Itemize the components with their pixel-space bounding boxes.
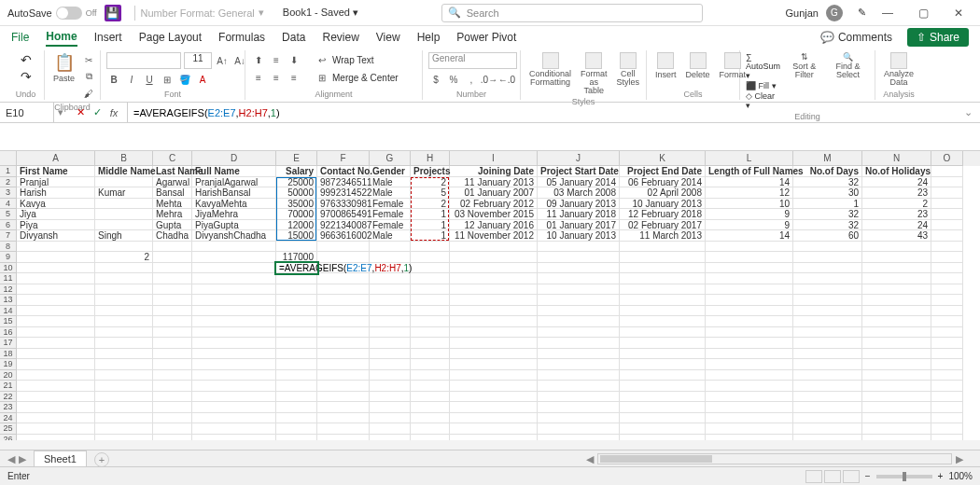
cell-I20[interactable] — [450, 370, 538, 381]
cell-B9[interactable]: 2 — [95, 252, 153, 263]
cell-M10[interactable] — [793, 263, 862, 274]
italic-button[interactable]: I — [124, 72, 139, 87]
cell-O15[interactable] — [931, 316, 963, 327]
cell-O2[interactable] — [931, 177, 963, 188]
cell-J11[interactable] — [538, 273, 620, 284]
cell-F24[interactable] — [317, 413, 370, 424]
cell-M3[interactable]: 30 — [793, 187, 862, 199]
cell-G12[interactable] — [370, 284, 411, 296]
cell-D19[interactable] — [192, 359, 276, 370]
zoom-in-button[interactable]: + — [938, 471, 944, 481]
cell-K13[interactable] — [620, 295, 706, 306]
fx-button[interactable]: fx — [106, 107, 121, 118]
cell-K14[interactable] — [620, 306, 706, 317]
cell-I16[interactable] — [450, 327, 538, 339]
cell-A4[interactable]: Kavya — [17, 199, 95, 210]
border-button[interactable]: ⊞ — [160, 72, 175, 87]
cell-H13[interactable] — [411, 295, 450, 306]
cell-D20[interactable] — [192, 370, 276, 381]
cell-F13[interactable] — [317, 295, 370, 306]
cell-I5[interactable]: 03 November 2015 — [450, 209, 538, 220]
cell-F11[interactable] — [317, 273, 370, 284]
cell-A13[interactable] — [17, 295, 95, 306]
decrease-decimal-icon[interactable]: ←.0 — [499, 72, 514, 87]
cell-D11[interactable] — [192, 273, 276, 284]
cell-J25[interactable] — [538, 423, 620, 435]
cell-H21[interactable] — [411, 381, 450, 392]
cell-G7[interactable]: Male — [370, 230, 411, 242]
cell-B21[interactable] — [95, 381, 153, 392]
cell-I19[interactable] — [450, 359, 538, 370]
cell-D13[interactable] — [192, 295, 276, 306]
cell-styles-button[interactable]: Cell Styles — [614, 52, 643, 87]
cell-C26[interactable] — [153, 435, 192, 441]
cell-E9[interactable]: 117000 — [276, 252, 317, 263]
align-right-icon[interactable]: ≡ — [287, 70, 301, 85]
cell-B22[interactable] — [95, 392, 153, 403]
cell-E17[interactable] — [276, 338, 317, 349]
page-break-view-button[interactable] — [843, 470, 860, 483]
cell-K1[interactable]: Project End Date — [620, 166, 706, 177]
fill-button[interactable]: ⬛ Fill ▾ — [746, 81, 782, 90]
cell-H20[interactable] — [411, 370, 450, 381]
col-header-M[interactable]: M — [793, 151, 862, 166]
row-header-9[interactable]: 9 — [0, 252, 17, 263]
cell-J8[interactable] — [538, 242, 620, 253]
row-header-19[interactable]: 19 — [0, 359, 17, 370]
cell-M18[interactable] — [793, 349, 862, 360]
cell-A2[interactable]: Pranjal — [17, 177, 95, 188]
cell-I10[interactable] — [450, 263, 538, 274]
cell-E22[interactable] — [276, 392, 317, 403]
cell-H22[interactable] — [411, 392, 450, 403]
cell-O18[interactable] — [931, 349, 963, 360]
tab-page-layout[interactable]: Page Layout — [139, 29, 202, 46]
col-header-H[interactable]: H — [411, 151, 450, 166]
redo-icon[interactable]: ↷ — [21, 69, 32, 84]
row-header-10[interactable]: 10 — [0, 263, 17, 274]
cell-J20[interactable] — [538, 370, 620, 381]
cell-H23[interactable] — [411, 402, 450, 413]
row-header-24[interactable]: 24 — [0, 413, 17, 424]
cell-N25[interactable] — [862, 423, 931, 435]
cell-K23[interactable] — [620, 402, 706, 413]
cell-F7[interactable]: 9663616002 — [317, 230, 370, 242]
col-header-L[interactable]: L — [706, 151, 793, 166]
cell-D24[interactable] — [192, 413, 276, 424]
col-header-J[interactable]: J — [538, 151, 620, 166]
cell-N13[interactable] — [862, 295, 931, 306]
cell-A26[interactable] — [17, 435, 95, 441]
cell-N24[interactable] — [862, 413, 931, 424]
insert-cells-button[interactable]: Insert — [652, 52, 679, 79]
cell-F4[interactable]: 9763330981 — [317, 199, 370, 210]
cell-H4[interactable]: 2 — [411, 199, 450, 210]
font-color-button[interactable]: A — [195, 72, 210, 87]
cell-E21[interactable] — [276, 381, 317, 392]
cell-L24[interactable] — [706, 413, 793, 424]
close-button[interactable]: ✕ — [945, 7, 973, 20]
cell-C18[interactable] — [153, 349, 192, 360]
increase-decimal-icon[interactable]: .0→ — [482, 72, 497, 87]
cell-K26[interactable] — [620, 435, 706, 441]
cell-D3[interactable]: HarishBansal — [192, 187, 276, 199]
cell-N8[interactable] — [862, 242, 931, 253]
cell-O19[interactable] — [931, 359, 963, 370]
cell-C24[interactable] — [153, 413, 192, 424]
cell-C10[interactable] — [153, 263, 192, 274]
row-header-21[interactable]: 21 — [0, 381, 17, 392]
tab-help[interactable]: Help — [417, 29, 441, 46]
format-as-table-button[interactable]: Format as Table — [578, 52, 610, 95]
cell-D17[interactable] — [192, 338, 276, 349]
col-header-C[interactable]: C — [153, 151, 192, 166]
row-header-1[interactable]: 1 — [0, 166, 17, 177]
cell-I4[interactable]: 02 February 2012 — [450, 199, 538, 210]
cell-E10[interactable]: =AVERAGEIFS(E2:E7,H2:H7,1) — [276, 263, 317, 274]
cell-L8[interactable] — [706, 242, 793, 253]
cell-G19[interactable] — [370, 359, 411, 370]
cell-G23[interactable] — [370, 402, 411, 413]
col-header-K[interactable]: K — [620, 151, 706, 166]
cell-K20[interactable] — [620, 370, 706, 381]
cell-E16[interactable] — [276, 327, 317, 339]
expand-formula-icon[interactable]: ⌄ — [957, 106, 980, 118]
cell-D16[interactable] — [192, 327, 276, 339]
cell-B16[interactable] — [95, 327, 153, 339]
